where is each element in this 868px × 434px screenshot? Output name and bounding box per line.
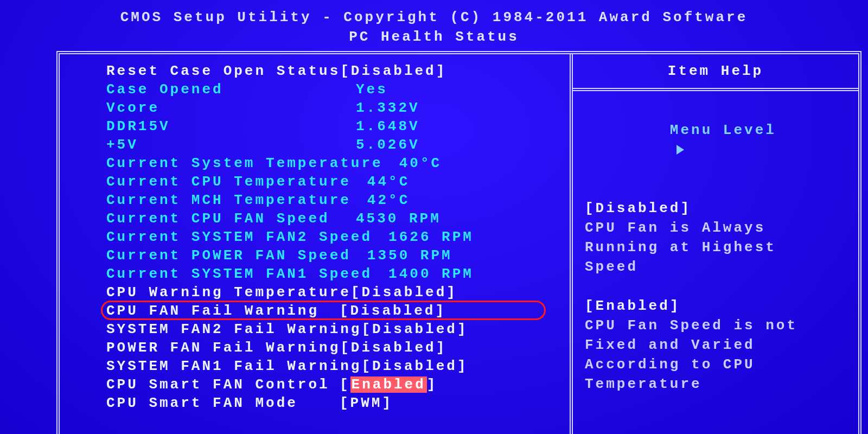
setting-label: CPU FAN Fail Warning	[106, 302, 340, 320]
header-title: CMOS Setup Utility - Copyright (C) 1984-…	[0, 8, 868, 27]
help-heading: [Disabled]	[585, 199, 846, 218]
setting-sys_fan2: Current SYSTEM FAN2 Speed1626 RPM	[106, 228, 553, 246]
setting-cpu_temp: Current CPU Temperature44°C	[106, 173, 553, 191]
setting-value[interactable]: [PWM]	[340, 394, 553, 412]
setting-cpu_fan_fail[interactable]: CPU FAN Fail Warning[Disabled]	[106, 302, 553, 320]
help-text-line: Fixed and Varied	[585, 335, 846, 355]
setting-label: Current SYSTEM FAN2 Speed	[106, 228, 372, 246]
setting-label: Current CPU FAN Speed	[106, 209, 340, 228]
setting-label: Current System Temperature	[106, 154, 383, 173]
setting-label: CPU Smart FAN Mode	[106, 394, 340, 412]
help-text-line: CPU Fan is Always	[585, 218, 846, 238]
setting-value[interactable]: [Disabled]	[361, 357, 553, 375]
help-title: Item Help	[573, 54, 858, 91]
setting-value[interactable]: [Disabled]	[340, 302, 553, 320]
chevron-right-icon	[676, 145, 684, 155]
setting-sys_fan1: Current SYSTEM FAN1 Speed1400 RPM	[106, 265, 553, 283]
setting-case_opened: Case OpenedYes	[106, 80, 553, 99]
setting-value: 42°C	[351, 191, 553, 209]
setting-value: 1350 RPM	[351, 246, 553, 265]
setting-value: 5.026V	[340, 136, 553, 154]
menu-level: Menu Level	[585, 101, 846, 179]
frame: Reset Case Open Status[Disabled]Case Ope…	[56, 51, 861, 434]
header-subtitle: PC Health Status	[0, 27, 868, 47]
setting-value[interactable]: [Disabled]	[361, 320, 553, 339]
help-spacer	[585, 179, 846, 199]
setting-label: +5V	[106, 136, 340, 154]
menu-level-label: Menu Level	[670, 122, 776, 138]
setting-label: Vcore	[106, 99, 340, 117]
setting-value: 40°C	[383, 154, 553, 173]
setting-label: CPU Warning Temperature	[106, 283, 351, 302]
setting-cpu_fan: Current CPU FAN Speed4530 RPM	[106, 209, 553, 228]
help-text-line: CPU Fan Speed is not	[585, 316, 846, 335]
setting-value: 4530 RPM	[340, 209, 553, 228]
header: CMOS Setup Utility - Copyright (C) 1984-…	[0, 0, 868, 47]
bios-screen: CMOS Setup Utility - Copyright (C) 1984-…	[0, 0, 868, 434]
setting-value: Yes	[340, 80, 553, 99]
help-text-line: Temperature	[585, 374, 846, 394]
setting-label: Current CPU Temperature	[106, 173, 351, 191]
setting-ddr15v: DDR15V1.648V	[106, 117, 553, 136]
setting-reset_case_open[interactable]: Reset Case Open Status[Disabled]	[106, 62, 553, 80]
setting-cpu_smart_ctrl[interactable]: CPU Smart FAN Control[Enabled]	[106, 375, 553, 394]
setting-label: SYSTEM FAN2 Fail Warning	[106, 320, 361, 339]
setting-plus5v: +5V5.026V	[106, 136, 553, 154]
setting-label: Reset Case Open Status	[106, 62, 340, 80]
setting-vcore: Vcore1.332V	[106, 99, 553, 117]
setting-label: POWER FAN Fail Warning	[106, 339, 340, 357]
setting-value: 44°C	[351, 173, 553, 191]
setting-cpu_warn_temp[interactable]: CPU Warning Temperature[Disabled]	[106, 283, 553, 302]
help-heading: [Enabled]	[585, 296, 846, 316]
setting-label: Current SYSTEM FAN1 Speed	[106, 265, 372, 283]
setting-label: Case Opened	[106, 80, 340, 99]
setting-value: 1400 RPM	[372, 265, 553, 283]
help-text-line: Running at Highest	[585, 238, 846, 257]
settings-panel: Reset Case Open Status[Disabled]Case Ope…	[60, 54, 570, 434]
setting-cpu_smart_mode[interactable]: CPU Smart FAN Mode[PWM]	[106, 394, 553, 412]
help-body: [Disabled]CPU Fan is AlwaysRunning at Hi…	[585, 179, 846, 394]
setting-label: Current POWER FAN Speed	[106, 246, 351, 265]
setting-label: Current MCH Temperature	[106, 191, 351, 209]
setting-label: SYSTEM FAN1 Fail Warning	[106, 357, 361, 375]
setting-value: 1.648V	[340, 117, 553, 136]
setting-value[interactable]: [Disabled]	[340, 339, 553, 357]
setting-sys_fan2_fail[interactable]: SYSTEM FAN2 Fail Warning[Disabled]	[106, 320, 553, 339]
setting-label: DDR15V	[106, 117, 340, 136]
setting-power_fan: Current POWER FAN Speed1350 RPM	[106, 246, 553, 265]
setting-power_fan_fail[interactable]: POWER FAN Fail Warning[Disabled]	[106, 339, 553, 357]
help-panel: Item Help Menu Level [Disabled]CPU Fan i…	[570, 54, 858, 434]
help-spacer	[585, 277, 846, 296]
setting-value[interactable]: [Disabled]	[340, 62, 553, 80]
setting-value: 1626 RPM	[372, 228, 553, 246]
setting-label: CPU Smart FAN Control	[106, 375, 340, 394]
setting-mch_temp: Current MCH Temperature42°C	[106, 191, 553, 209]
setting-sys_temp: Current System Temperature40°C	[106, 154, 553, 173]
setting-value[interactable]: [Disabled]	[351, 283, 553, 302]
help-text-line: According to CPU	[585, 355, 846, 374]
setting-value: 1.332V	[340, 99, 553, 117]
help-text-line: Speed	[585, 257, 846, 277]
setting-sys_fan1_fail[interactable]: SYSTEM FAN1 Fail Warning[Disabled]	[106, 357, 553, 375]
setting-value[interactable]: [Enabled]	[340, 375, 553, 394]
